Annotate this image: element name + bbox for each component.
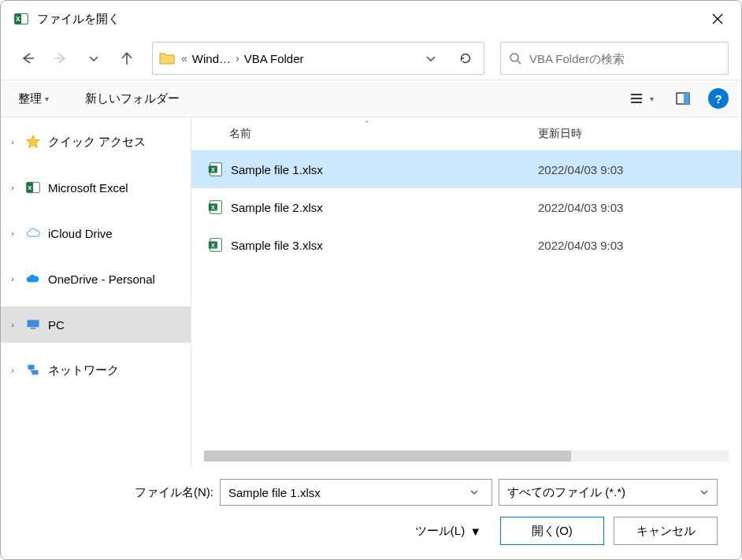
pc-icon: [24, 316, 42, 333]
filename-input[interactable]: [224, 486, 469, 499]
main-area: › クイック アクセス › X Microsoft Excel › iCloud…: [1, 117, 741, 468]
filename-dropdown-button[interactable]: [469, 488, 488, 497]
sidebar-item-quick-access[interactable]: › クイック アクセス: [1, 124, 191, 160]
file-row[interactable]: X Sample file 3.xlsx 2022/04/03 9:03: [191, 226, 741, 264]
svg-text:X: X: [211, 242, 215, 249]
nav-recent-dropdown[interactable]: [80, 44, 108, 72]
chevron-right-icon: ›: [7, 183, 18, 192]
navigation-sidebar: › クイック アクセス › X Microsoft Excel › iCloud…: [1, 117, 191, 468]
tools-menu[interactable]: ツール(L) ▼: [415, 524, 481, 539]
nav-back-button[interactable]: [13, 44, 42, 72]
titlebar: X ファイルを開く: [1, 1, 741, 37]
svg-point-3: [510, 54, 518, 61]
breadcrumb-item-2[interactable]: VBA Folder: [241, 50, 307, 67]
excel-icon: X: [24, 179, 42, 196]
network-icon: [24, 362, 42, 379]
address-history-dropdown[interactable]: [417, 45, 444, 72]
column-header-date[interactable]: 更新日時: [538, 127, 696, 141]
organize-menu[interactable]: 整理 ▾: [13, 88, 54, 109]
cloud-icon: [24, 224, 42, 242]
close-button[interactable]: [700, 2, 735, 36]
horizontal-scrollbar[interactable]: [204, 451, 729, 462]
nav-up-button[interactable]: [113, 44, 141, 72]
file-name: Sample file 3.xlsx: [231, 239, 538, 252]
sidebar-item-label: PC: [48, 318, 65, 332]
filename-combobox[interactable]: [220, 479, 492, 506]
sort-indicator-icon: ˄: [365, 120, 369, 130]
file-open-dialog: X ファイルを開く « Wind… › VBA Folder: [0, 0, 742, 560]
svg-rect-9: [28, 320, 39, 327]
organize-label: 整理: [18, 91, 42, 106]
sidebar-item-icloud[interactable]: › iCloud Drive: [1, 215, 191, 251]
dialog-bottom: ファイル名(N): すべてのファイル (*.*) ツール(L) ▼ 開く(O) …: [1, 468, 741, 559]
chevron-right-icon: ›: [7, 137, 18, 146]
svg-text:X: X: [211, 204, 215, 211]
folder-icon: [158, 49, 176, 68]
sidebar-item-network[interactable]: › ネットワーク: [1, 352, 191, 388]
file-date: 2022/04/03 9:03: [538, 163, 623, 176]
search-input[interactable]: [529, 52, 720, 65]
sidebar-item-onedrive[interactable]: › OneDrive - Personal: [1, 261, 191, 297]
sidebar-item-excel[interactable]: › X Microsoft Excel: [1, 169, 191, 206]
column-header-name[interactable]: 名前 ˄: [191, 127, 538, 141]
file-date: 2022/04/03 9:03: [538, 239, 623, 252]
list-header: 名前 ˄ 更新日時: [191, 117, 741, 150]
refresh-button[interactable]: [452, 45, 479, 72]
caret-down-icon: ▾: [45, 95, 49, 103]
navigation-bar: « Wind… › VBA Folder: [1, 37, 741, 80]
caret-down-icon: ▼: [469, 525, 481, 538]
svg-text:X: X: [211, 166, 215, 173]
search-box[interactable]: [500, 42, 729, 75]
chevron-right-icon: ›: [7, 274, 18, 284]
filename-row: ファイル名(N): すべてのファイル (*.*): [24, 479, 718, 506]
file-name: Sample file 2.xlsx: [231, 201, 538, 214]
tools-label: ツール(L): [415, 524, 465, 539]
chevron-right-icon: ›: [7, 365, 18, 375]
file-list: 名前 ˄ 更新日時 X Sample file 1.xlsx 2022/04/0…: [191, 117, 741, 468]
sidebar-item-label: クイック アクセス: [48, 135, 146, 150]
filename-label: ファイル名(N):: [135, 485, 213, 500]
excel-file-icon: X: [207, 236, 224, 254]
svg-rect-11: [28, 365, 34, 369]
breadcrumb-prefix: «: [181, 52, 187, 65]
preview-pane-button[interactable]: [669, 84, 697, 113]
excel-file-icon: X: [207, 198, 224, 216]
filetype-dropdown[interactable]: すべてのファイル (*.*): [499, 479, 718, 506]
excel-file-icon: X: [207, 161, 224, 178]
view-menu-button[interactable]: ▾: [626, 84, 655, 113]
open-button[interactable]: 開く(O): [500, 517, 604, 545]
file-date: 2022/04/03 9:03: [538, 201, 623, 214]
onedrive-icon: [24, 270, 42, 287]
new-folder-button[interactable]: 新しいフォルダー: [80, 88, 184, 109]
button-row: ツール(L) ▼ 開く(O) キャンセル: [24, 517, 718, 545]
toolbar: 整理 ▾ 新しいフォルダー ▾ ?: [1, 80, 741, 117]
chevron-right-icon: ›: [7, 320, 18, 329]
address-bar[interactable]: « Wind… › VBA Folder: [152, 42, 484, 75]
breadcrumb-item-1[interactable]: Wind…: [189, 50, 234, 67]
sidebar-item-pc[interactable]: › PC: [1, 306, 191, 343]
cancel-button[interactable]: キャンセル: [614, 517, 718, 545]
svg-rect-10: [31, 328, 36, 329]
help-button[interactable]: ?: [708, 88, 729, 109]
scrollbar-thumb[interactable]: [204, 451, 571, 462]
chevron-right-icon: ›: [7, 228, 18, 238]
sidebar-item-label: OneDrive - Personal: [48, 273, 155, 286]
svg-text:X: X: [28, 184, 32, 191]
dialog-title: ファイルを開く: [37, 12, 120, 27]
svg-rect-12: [32, 370, 38, 375]
excel-app-icon: X: [13, 11, 29, 27]
file-row[interactable]: X Sample file 1.xlsx 2022/04/03 9:03: [191, 150, 741, 188]
svg-rect-5: [684, 93, 689, 104]
nav-forward-button[interactable]: [46, 44, 75, 72]
file-rows: X Sample file 1.xlsx 2022/04/03 9:03 X S…: [191, 150, 741, 451]
caret-down-icon: ▾: [650, 95, 654, 103]
filetype-label: すべてのファイル (*.*): [507, 485, 625, 500]
star-icon: [24, 133, 42, 150]
caret-down-icon: [699, 488, 709, 497]
sidebar-item-label: Microsoft Excel: [48, 181, 128, 195]
search-icon: [509, 52, 521, 65]
chevron-right-icon: ›: [236, 52, 239, 65]
file-row[interactable]: X Sample file 2.xlsx 2022/04/03 9:03: [191, 188, 741, 226]
file-name: Sample file 1.xlsx: [231, 163, 538, 176]
svg-text:X: X: [16, 15, 20, 23]
